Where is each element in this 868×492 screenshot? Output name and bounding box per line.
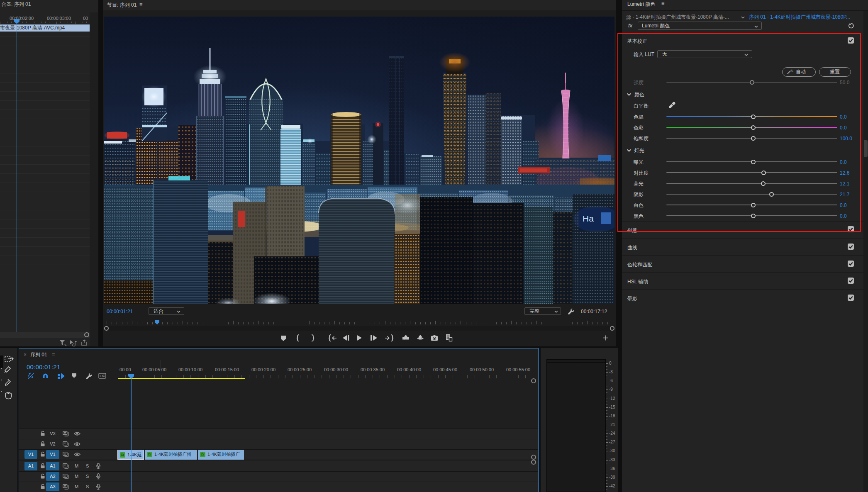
- svg-text:Ha: Ha: [583, 214, 594, 223]
